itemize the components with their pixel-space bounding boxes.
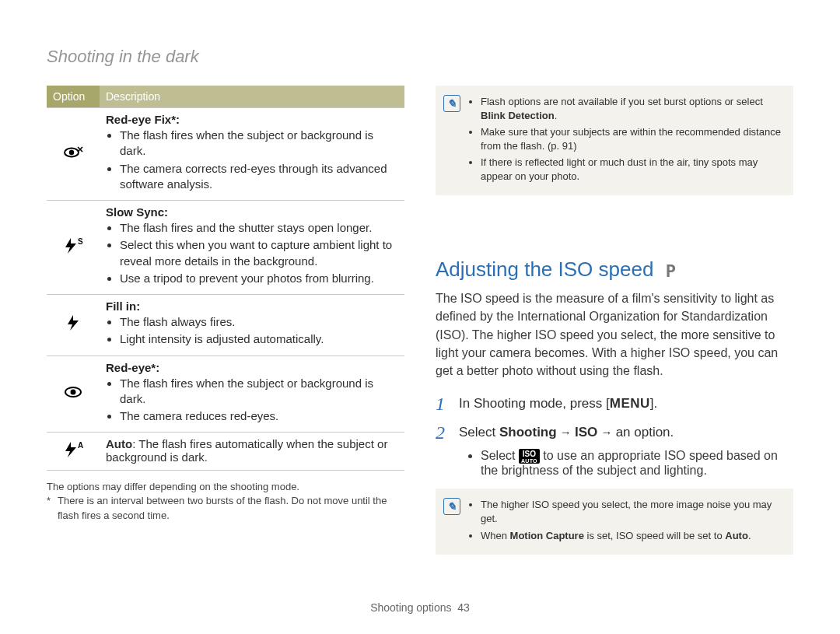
step-text: In Shooting mode, press [ <box>459 396 610 411</box>
page-title: Shooting in the dark <box>47 47 793 67</box>
red-eye-fix-icon <box>47 108 100 201</box>
table-row: Red-eye*: The flash fires when the subje… <box>47 356 404 433</box>
section-heading: Adjusting the ISO speed P <box>436 257 793 282</box>
table-row: A Auto: The flash fires automatically wh… <box>47 433 404 471</box>
table-cell: Red-eye Fix*: The flash fires when the s… <box>100 108 404 201</box>
table-cell: Red-eye*: The flash fires when the subje… <box>100 356 404 433</box>
footnote-line: There is an interval between two bursts … <box>58 494 404 522</box>
table-row: Fill in: The flash always fires. Light i… <box>47 295 404 356</box>
option-suffix: *: <box>171 113 180 126</box>
step-bold: ISO <box>575 425 597 440</box>
note-item: When Motion Capture is set, ISO speed wi… <box>481 529 784 543</box>
footnote-line: The options may differ depending on the … <box>47 480 404 494</box>
iso-auto-icon: ISOAUTO <box>519 449 540 464</box>
step-number: 2 <box>436 422 450 443</box>
auto-flash-icon: A <box>47 433 100 471</box>
note-box-top: ✎ Flash options are not available if you… <box>436 86 793 195</box>
step: 1 In Shooting mode, press [MENU]. <box>436 394 793 414</box>
option-bullet: The flash fires when the subject or back… <box>120 128 398 159</box>
table-cell: Fill in: The flash always fires. Light i… <box>100 295 404 356</box>
note-item: If there is reflected light or much dust… <box>481 156 784 183</box>
option-text: : The flash fires automatically when the… <box>106 437 387 464</box>
steps-list: 1 In Shooting mode, press [MENU]. 2 Sele… <box>436 394 793 443</box>
menu-button-label: MENU <box>610 396 650 411</box>
content-columns: Option Description <box>47 86 793 575</box>
footer-label: Shooting options <box>370 601 451 614</box>
note-item: Make sure that your subjects are within … <box>481 125 784 152</box>
option-bullet: Light intensity is adjusted automaticall… <box>120 331 398 347</box>
slow-sync-icon: S <box>47 201 100 295</box>
sub-bullet: Select ISOAUTO to use an appropriate ISO… <box>481 449 793 478</box>
option-title: Fill in <box>106 299 136 313</box>
left-column: Option Description <box>47 86 404 575</box>
arrow-icon: → <box>557 426 575 439</box>
step-text: Select <box>459 425 499 440</box>
step-text: ]. <box>650 396 657 411</box>
option-bullet: Select this when you want to capture amb… <box>120 237 398 269</box>
table-row: S Slow Sync: The flash fires and the shu… <box>47 201 404 295</box>
step: 2 Select Shooting → ISO → an option. <box>436 422 793 443</box>
footnote-star: * <box>47 494 53 522</box>
option-bullet: The flash fires and the shutter stays op… <box>120 220 398 236</box>
option-bullet: The camera corrects red-eyes through its… <box>120 161 398 193</box>
option-suffix: : <box>136 299 140 313</box>
svg-text:A: A <box>78 441 83 450</box>
mode-badge: P <box>666 261 676 281</box>
note-icon: ✎ <box>443 498 460 515</box>
right-column: ✎ Flash options are not available if you… <box>436 86 793 575</box>
option-title: Slow Sync <box>106 205 164 219</box>
section-body: The ISO speed is the measure of a film's… <box>436 289 793 380</box>
option-bullet: The camera reduces red-eyes. <box>120 408 398 424</box>
svg-point-1 <box>69 149 74 154</box>
table-cell: Slow Sync: The flash fires and the shutt… <box>100 201 404 295</box>
table-row: Red-eye Fix*: The flash fires when the s… <box>47 108 404 201</box>
step-text: an option. <box>616 425 674 440</box>
option-suffix: *: <box>151 361 159 374</box>
page-footer: Shooting options 43 <box>0 601 840 614</box>
manual-page: Shooting in the dark Option Description <box>0 0 840 634</box>
svg-point-4 <box>71 389 76 394</box>
arrow-icon: → <box>597 426 615 439</box>
option-suffix: : <box>164 205 168 219</box>
option-bullet: The flash always fires. <box>120 314 398 330</box>
step-bold: Shooting <box>499 425 557 440</box>
step-sub-bullets: Select ISOAUTO to use an appropriate ISO… <box>457 449 793 478</box>
page-number: 43 <box>457 601 470 614</box>
option-title: Red-eye <box>106 361 151 374</box>
step-number: 1 <box>436 394 450 414</box>
table-cell: Auto: The flash fires automatically when… <box>100 433 404 471</box>
option-title: Red-eye Fix <box>106 113 171 126</box>
fill-in-icon <box>47 295 100 356</box>
note-item: The higher ISO speed you select, the mor… <box>481 498 784 525</box>
note-icon: ✎ <box>443 95 460 112</box>
note-box-bottom: ✎ The higher ISO speed you select, the m… <box>436 489 793 555</box>
svg-text:S: S <box>78 237 83 246</box>
flash-options-table: Option Description <box>47 86 404 471</box>
red-eye-icon <box>47 356 100 433</box>
table-header-description: Description <box>100 86 404 108</box>
option-title: Auto <box>106 437 132 450</box>
option-bullet: The flash fires when the subject or back… <box>120 376 398 408</box>
footnotes: The options may differ depending on the … <box>47 480 404 523</box>
note-item: Flash options are not available if you s… <box>481 95 784 122</box>
section-title: Adjusting the ISO speed <box>436 257 653 281</box>
table-header-option: Option <box>47 86 100 108</box>
option-bullet: Use a tripod to prevent your photos from… <box>120 271 398 286</box>
